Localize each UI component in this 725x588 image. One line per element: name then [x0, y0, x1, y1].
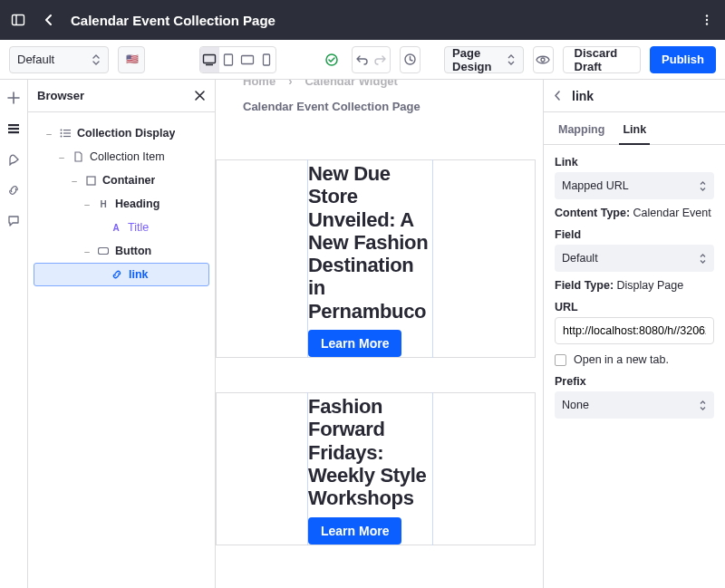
redo-button[interactable] [372, 47, 391, 72]
text-icon: A [110, 221, 122, 234]
panel-title: link [572, 89, 594, 103]
tablet-preview-button[interactable] [219, 47, 238, 72]
tab-mapping[interactable]: Mapping [555, 120, 608, 144]
url-input[interactable] [555, 317, 714, 344]
field-label: Field [555, 228, 714, 241]
prefix-select[interactable]: None [555, 391, 714, 419]
breadcrumb: Home › Calendar Widget [243, 80, 398, 88]
collection-card[interactable]: New Due Store Unveiled: A New Fashion De… [216, 159, 536, 358]
heading-icon: H [97, 198, 110, 210]
browser-panel: Browser – Collection Display – Collectio… [28, 80, 216, 588]
history-button[interactable] [400, 46, 420, 73]
svg-rect-23 [99, 248, 109, 255]
panel-body: Link Mapped URL Content Type: Calendar E… [544, 145, 725, 588]
tree-node-title[interactable]: A Title [34, 216, 209, 239]
tree-node-collection-display[interactable]: – Collection Display [34, 121, 209, 145]
panel-toggle-icon[interactable] [9, 11, 27, 29]
page-design-dropdown[interactable]: Page Design [444, 46, 524, 73]
browser-title: Browser [37, 89, 84, 102]
app-header: Calendar Event Collection Page [0, 0, 725, 40]
svg-rect-5 [204, 54, 216, 63]
panel-tabs: Mapping Link [544, 112, 725, 145]
device-preview-group [199, 46, 276, 73]
mobile-preview-button[interactable] [256, 47, 276, 72]
svg-point-12 [541, 58, 545, 62]
svg-rect-22 [87, 177, 95, 185]
kebab-menu-icon[interactable] [698, 11, 716, 29]
field-select[interactable]: Default [555, 245, 714, 272]
back-icon[interactable] [40, 11, 58, 29]
content-type-row: Content Type: Calendar Event [555, 207, 714, 219]
url-label: URL [555, 301, 714, 313]
learn-more-button[interactable]: Learn More [308, 330, 401, 357]
link-label: Link [555, 156, 714, 169]
preview-button[interactable] [533, 46, 554, 73]
close-icon[interactable] [194, 90, 206, 101]
viewport-select[interactable]: Default [9, 46, 109, 73]
tab-link[interactable]: Link [619, 120, 650, 145]
collapse-icon: – [82, 199, 92, 209]
learn-more-button[interactable]: Learn More [308, 517, 401, 545]
card-title: Fashion Forward Fridays: Weekly Style Wo… [308, 395, 435, 509]
desktop-preview-button[interactable] [200, 47, 219, 72]
card-title: New Due Store Unveiled: A New Fashion De… [308, 162, 435, 323]
breadcrumb-item: Home [243, 80, 276, 88]
svg-rect-19 [63, 132, 71, 133]
document-icon [72, 150, 84, 163]
mapping-rail-icon[interactable] [5, 181, 23, 199]
svg-rect-0 [13, 15, 24, 25]
svg-rect-9 [263, 54, 269, 65]
svg-point-2 [706, 14, 708, 16]
browser-rail-icon[interactable] [5, 120, 23, 138]
collection-display-preview: New Due Store Unveiled: A New Fashion De… [216, 152, 543, 588]
svg-point-20 [61, 136, 63, 138]
caret-sort-icon [507, 54, 516, 65]
config-panel-header: link [544, 80, 725, 112]
svg-point-16 [61, 130, 63, 131]
main: Browser – Collection Display – Collectio… [0, 80, 725, 588]
list-icon [59, 127, 72, 140]
page-title: Calendar Event Collection Page [71, 13, 276, 28]
checkbox-icon [555, 354, 566, 366]
svg-point-4 [706, 23, 708, 24]
button-icon [97, 245, 110, 257]
caret-sort-icon [699, 400, 707, 410]
svg-rect-17 [63, 130, 71, 130]
sidebar-rail [0, 80, 28, 588]
svg-rect-14 [8, 128, 19, 130]
link-type-select[interactable]: Mapped URL [555, 172, 714, 199]
caret-sort-icon [699, 181, 707, 191]
discard-draft-button[interactable]: Discard Draft [563, 46, 642, 73]
svg-rect-8 [241, 55, 253, 63]
panel-back-icon[interactable] [553, 91, 563, 101]
collection-card[interactable]: Fashion Forward Fridays: Weekly Style Wo… [216, 392, 536, 545]
toolbar: Default 🇺🇸 [0, 40, 725, 80]
open-new-tab-checkbox[interactable]: Open in a new tab. [555, 353, 714, 366]
collapse-icon: – [82, 246, 92, 256]
status-ok-icon[interactable] [322, 46, 343, 73]
locale-select[interactable]: 🇺🇸 [118, 46, 145, 73]
viewport-select-label: Default [17, 53, 54, 66]
canvas[interactable]: Home › Calendar Widget Calendar Event Co… [216, 80, 544, 588]
add-fragment-icon[interactable] [5, 89, 23, 107]
landscape-preview-button[interactable] [238, 47, 257, 72]
caret-sort-icon [92, 54, 101, 65]
tree-node-container[interactable]: – Container [34, 169, 209, 192]
page-design-label: Page Design [452, 46, 501, 73]
prefix-label: Prefix [555, 375, 714, 388]
collapse-icon: – [57, 152, 66, 162]
tree-node-collection-item[interactable]: – Collection Item [34, 145, 209, 169]
collapse-icon: – [70, 176, 79, 186]
comments-rail-icon[interactable] [5, 212, 23, 230]
square-icon [84, 174, 97, 187]
design-rail-icon[interactable] [5, 150, 23, 169]
undo-button[interactable] [353, 47, 372, 72]
tree-node-link[interactable]: link [34, 263, 209, 286]
tree-node-heading[interactable]: – H Heading [34, 192, 209, 216]
field-type-row: Field Type: Display Page [555, 279, 714, 292]
tree-node-button[interactable]: – Button [34, 239, 209, 263]
publish-button[interactable]: Publish [650, 46, 716, 73]
flag-icon: 🇺🇸 [126, 53, 137, 65]
svg-rect-21 [63, 136, 71, 137]
undo-redo-group [352, 46, 392, 73]
